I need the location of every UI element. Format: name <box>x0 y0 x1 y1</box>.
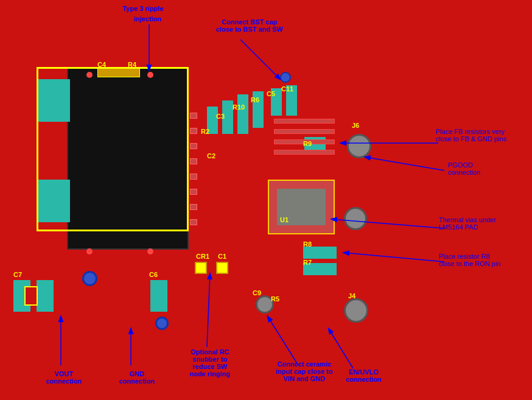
annotation-fb: Place FB resistors veryclose to FB & GND… <box>436 128 527 142</box>
svg-line-5 <box>344 253 444 262</box>
label-c9: C9 <box>253 289 261 296</box>
annotation-en-uvlo: EN/UVLOconnection <box>335 368 393 383</box>
sm-pad-8 <box>190 219 197 225</box>
label-r8: R8 <box>303 240 312 248</box>
sm-pad-3 <box>190 143 197 149</box>
label-c3: C3 <box>216 113 225 120</box>
annotation-snubber: Optional RCsnubber toreduce SWnode ringi… <box>180 348 240 377</box>
label-r10: R10 <box>233 104 245 111</box>
label-cr1: CR1 <box>196 253 209 260</box>
pad-r8 <box>303 247 337 259</box>
sm-pad-2 <box>190 128 197 134</box>
red-dot-4 <box>147 248 153 254</box>
annotation-vout: VOUTconnection <box>40 370 88 385</box>
smd-row-2 <box>274 129 335 134</box>
label-c5: C5 <box>267 90 275 97</box>
blue-pad-3 <box>280 72 291 83</box>
j6-pad <box>347 134 371 158</box>
annotation-thermal: Thermal vias underLM5164 PAD <box>439 216 527 231</box>
blue-pad-1 <box>82 271 97 286</box>
label-r4: R4 <box>128 61 136 68</box>
sm-pad-4 <box>190 158 197 164</box>
smd-row-4 <box>274 150 335 155</box>
label-r7: R7 <box>303 259 312 266</box>
red-dot-3 <box>86 248 93 254</box>
sm-pad-6 <box>190 189 197 195</box>
label-c4: C4 <box>97 61 106 68</box>
smd-row-1 <box>274 119 335 124</box>
j4-pad <box>344 298 368 323</box>
pcb-board: C4 R4 C7 C6 R2 C2 C3 R10 R6 C5 C11 R9 J6… <box>0 0 532 400</box>
svg-line-1 <box>240 40 280 79</box>
annotation-bst: Connect BST capclose to BST and SW <box>201 18 298 33</box>
sm-pad-1 <box>190 113 197 119</box>
label-u1: U1 <box>280 216 289 223</box>
label-c1: C1 <box>218 253 226 260</box>
svg-line-9 <box>268 317 298 365</box>
annotation-ceramic: Connect ceramicinput cap close toVIN and… <box>265 360 344 382</box>
label-c7: C7 <box>13 271 22 278</box>
red-dot-2 <box>147 72 153 78</box>
top-pad-c4 <box>97 68 140 77</box>
label-r5: R5 <box>271 295 279 303</box>
label-r6: R6 <box>251 96 259 104</box>
main-container: C4 R4 C7 C6 R2 C2 C3 R10 R6 C5 C11 R9 J6… <box>0 0 532 400</box>
pad-c1 <box>216 262 228 274</box>
pad-c7-right <box>37 280 54 312</box>
annotation-pgood: PGOODconnection <box>448 161 527 176</box>
label-c6: C6 <box>149 271 158 278</box>
yellow-boundary-rect <box>37 67 189 231</box>
sm-pad-7 <box>190 204 197 210</box>
label-c11: C11 <box>281 85 293 93</box>
pad-c6 <box>150 280 167 312</box>
label-c2: C2 <box>207 152 215 160</box>
red-dot-1 <box>86 72 93 78</box>
pad-r10 <box>237 94 248 134</box>
label-r2: R2 <box>201 128 209 135</box>
gray-pad-1 <box>344 207 367 230</box>
pad-cr1 <box>195 262 207 274</box>
label-j6: J6 <box>352 122 359 129</box>
sm-pad-5 <box>190 174 197 180</box>
svg-line-3 <box>365 157 444 170</box>
annotation-gnd: GNDconnection <box>113 370 161 385</box>
annotation-r8: Place resistor R8close to the RON pin <box>439 253 527 267</box>
blue-pad-2 <box>155 317 169 330</box>
label-j4: J4 <box>348 292 355 300</box>
pad-c7-connector <box>24 286 38 306</box>
label-r9: R9 <box>303 140 312 147</box>
annotation-ripple-title: Type 3 ripple <box>107 5 180 12</box>
annotation-ripple-subtitle: injection <box>134 15 161 23</box>
svg-line-8 <box>207 274 210 347</box>
